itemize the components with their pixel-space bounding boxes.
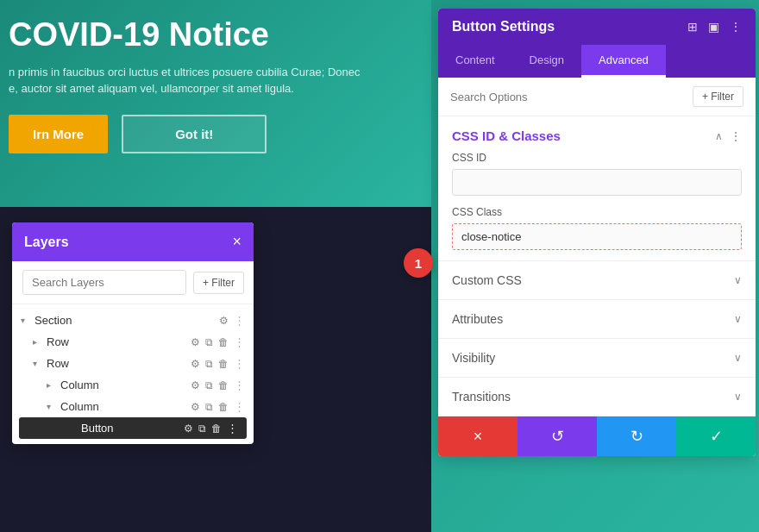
save-button[interactable]: ✓ — [676, 416, 756, 456]
layout-icon[interactable]: ▣ — [708, 20, 719, 34]
expand-icon[interactable]: ⊞ — [687, 20, 698, 34]
chevron-icon: ▸ — [33, 337, 45, 347]
step-badge: 1 — [404, 248, 433, 278]
more-icon[interactable]: ⋮ — [730, 20, 742, 34]
trash-icon[interactable]: 🗑 — [218, 379, 229, 391]
gear-icon[interactable]: ⚙ — [191, 379, 200, 391]
css-class-input[interactable] — [452, 223, 742, 250]
undo-button[interactable]: ↺ — [518, 416, 597, 456]
layers-title: Layers — [24, 235, 69, 250]
tree-icons: ⚙ ⧉ 🗑 ⋮ — [191, 400, 245, 413]
tree-label: Button — [81, 422, 184, 435]
settings-footer: × ↺ ↻ ✓ — [438, 416, 756, 456]
dots-icon[interactable]: ⋮ — [234, 400, 245, 413]
css-section-title: CSS ID & Classes — [452, 128, 561, 143]
copy-icon[interactable]: ⧉ — [205, 336, 213, 348]
covid-buttons: Irn More Got it! — [9, 115, 414, 153]
tree-label: Column — [60, 400, 191, 413]
layers-search-row: + Filter — [12, 261, 254, 304]
layers-panel: Layers × + Filter ▾ Section ⚙ ⋮ ▸ Row ⚙ … — [12, 222, 254, 444]
dots-icon[interactable]: ⋮ — [234, 335, 245, 348]
layers-header: Layers × — [12, 222, 254, 261]
gear-icon[interactable]: ⚙ — [191, 401, 200, 413]
custom-css-title: Custom CSS — [452, 273, 522, 287]
css-id-label: CSS ID — [452, 152, 742, 164]
covid-body: n primis in faucibus orci luctus et ultr… — [9, 64, 414, 97]
tree-item-row1[interactable]: ▸ Row ⚙ ⧉ 🗑 ⋮ — [12, 331, 254, 353]
layers-search-input[interactable] — [22, 270, 186, 295]
trash-icon[interactable]: 🗑 — [218, 401, 229, 413]
tree-item-column1[interactable]: ▸ Column ⚙ ⧉ 🗑 ⋮ — [12, 374, 254, 396]
css-class-group: CSS Class — [438, 206, 756, 260]
chevron-icon: ▾ — [47, 402, 59, 411]
learn-more-button[interactable]: Irn More — [9, 115, 108, 153]
got-it-button[interactable]: Got it! — [122, 115, 267, 153]
section-toggle: ∧ ⋮ — [715, 129, 742, 143]
css-section: CSS ID & Classes ∧ ⋮ CSS ID CSS Class — [438, 116, 756, 261]
search-filter-row: + Filter — [438, 78, 756, 116]
copy-icon[interactable]: ⧉ — [198, 422, 206, 435]
expand-chevron-icon[interactable]: ∨ — [734, 313, 742, 325]
layers-tree: ▾ Section ⚙ ⋮ ▸ Row ⚙ ⧉ 🗑 ⋮ ▾ Row ⚙ ⧉ — [12, 304, 254, 444]
css-id-group: CSS ID — [438, 152, 756, 206]
visibility-title: Visibility — [452, 351, 495, 365]
settings-header: Button Settings ⊞ ▣ ⋮ — [438, 9, 756, 45]
custom-css-section[interactable]: Custom CSS ∨ — [438, 261, 756, 300]
trash-icon[interactable]: 🗑 — [211, 422, 222, 435]
dots-icon[interactable]: ⋮ — [227, 422, 238, 435]
tree-item-button[interactable]: Button ⚙ ⧉ 🗑 ⋮ — [19, 417, 247, 439]
transitions-title: Transitions — [452, 390, 511, 404]
redo-button[interactable]: ↻ — [597, 416, 676, 456]
dots-icon[interactable]: ⋮ — [234, 357, 245, 370]
tree-label: Column — [60, 379, 191, 391]
cancel-button[interactable]: × — [438, 416, 518, 456]
css-id-input[interactable] — [452, 169, 742, 196]
gear-icon[interactable]: ⚙ — [191, 336, 200, 348]
tree-label: Row — [47, 335, 191, 348]
settings-tabs: Content Design Advanced — [438, 45, 756, 78]
transitions-section[interactable]: Transitions ∨ — [438, 378, 756, 416]
dots-icon[interactable]: ⋮ — [730, 129, 742, 143]
tree-label: Row — [47, 357, 191, 370]
expand-chevron-icon[interactable]: ∨ — [734, 274, 742, 286]
tree-item-column2[interactable]: ▾ Column ⚙ ⧉ 🗑 ⋮ — [12, 396, 254, 417]
chevron-icon: ▸ — [47, 380, 59, 390]
gear-icon[interactable]: ⚙ — [184, 422, 193, 435]
search-options-input[interactable] — [450, 91, 686, 103]
covid-title: COVID-19 Notice — [9, 17, 414, 53]
tab-content[interactable]: Content — [438, 45, 512, 78]
dots-icon[interactable]: ⋮ — [234, 314, 245, 327]
tree-icons: ⚙ ⋮ — [219, 314, 245, 327]
settings-title: Button Settings — [452, 19, 555, 34]
settings-panel: Button Settings ⊞ ▣ ⋮ Content Design Adv… — [438, 9, 756, 456]
tree-item-section[interactable]: ▾ Section ⚙ ⋮ — [12, 310, 254, 331]
chevron-icon: ▾ — [21, 316, 33, 325]
copy-icon[interactable]: ⧉ — [205, 358, 213, 370]
dots-icon[interactable]: ⋮ — [234, 379, 245, 391]
gear-icon[interactable]: ⚙ — [191, 358, 200, 370]
covid-section: COVID-19 Notice n primis in faucibus orc… — [0, 0, 431, 207]
trash-icon[interactable]: 🗑 — [218, 336, 229, 348]
tree-icons: ⚙ ⧉ 🗑 ⋮ — [184, 422, 238, 435]
tab-advanced[interactable]: Advanced — [581, 45, 666, 78]
trash-icon[interactable]: 🗑 — [218, 358, 229, 370]
gear-icon[interactable]: ⚙ — [219, 315, 229, 327]
expand-chevron-icon[interactable]: ∨ — [734, 352, 742, 364]
attributes-section[interactable]: Attributes ∨ — [438, 300, 756, 339]
tab-design[interactable]: Design — [512, 45, 581, 78]
visibility-section[interactable]: Visibility ∨ — [438, 339, 756, 378]
css-class-label: CSS Class — [452, 206, 742, 218]
copy-icon[interactable]: ⧉ — [205, 379, 213, 391]
tree-icons: ⚙ ⧉ 🗑 ⋮ — [191, 357, 245, 370]
expand-chevron-icon[interactable]: ∨ — [734, 391, 742, 403]
settings-header-icons: ⊞ ▣ ⋮ — [687, 20, 742, 34]
copy-icon[interactable]: ⧉ — [205, 401, 213, 413]
layers-close-button[interactable]: × — [232, 233, 242, 251]
attributes-title: Attributes — [452, 312, 503, 326]
tree-icons: ⚙ ⧉ 🗑 ⋮ — [191, 379, 245, 391]
tree-label: Section — [34, 314, 219, 327]
layers-filter-button[interactable]: + Filter — [193, 272, 244, 294]
tree-item-row2[interactable]: ▾ Row ⚙ ⧉ 🗑 ⋮ — [12, 353, 254, 374]
filter-button[interactable]: + Filter — [693, 86, 743, 107]
collapse-icon[interactable]: ∧ — [715, 130, 723, 142]
